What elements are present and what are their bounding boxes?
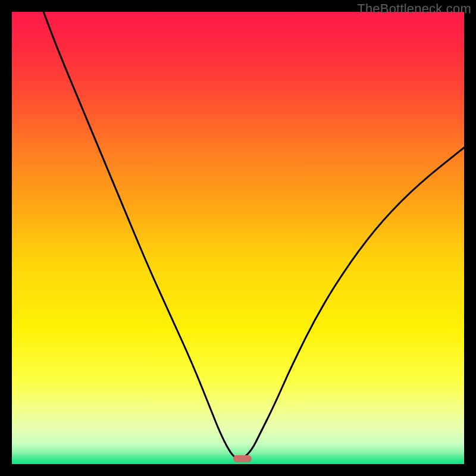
bottleneck-curve	[12, 12, 464, 464]
chart-frame: TheBottleneck.com	[0, 0, 476, 476]
watermark-text: TheBottleneck.com	[357, 1, 471, 17]
plot-area	[12, 12, 464, 464]
optimum-marker	[233, 455, 251, 462]
